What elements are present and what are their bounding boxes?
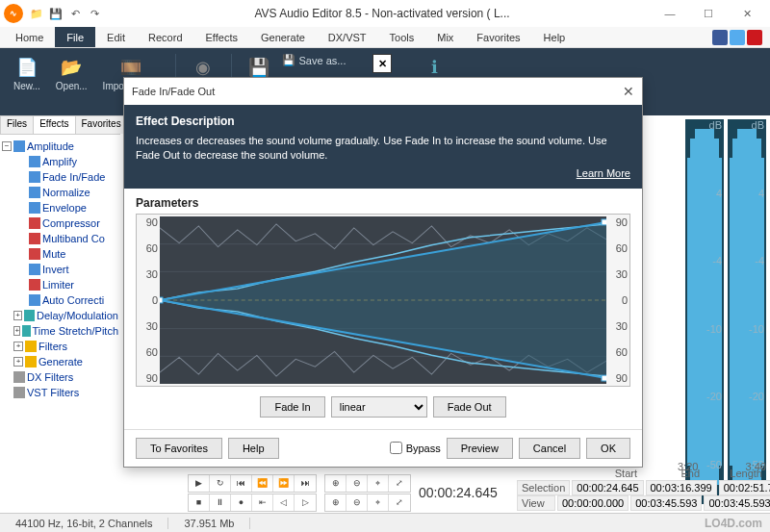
dialog-titlebar[interactable]: Fade In/Fade Out ✕ (124, 78, 642, 105)
folder-icon[interactable]: 📁 (29, 6, 44, 21)
step-back-button[interactable]: ◁ (273, 494, 295, 511)
fadein-button[interactable]: Fade In (260, 396, 324, 418)
zoom-sel-button[interactable]: ⌖ (368, 475, 389, 492)
tree-node-filters[interactable]: +Filters (2, 339, 118, 354)
tree-node-normalize[interactable]: Normalize (2, 185, 118, 200)
tab-files[interactable]: Files (0, 115, 34, 134)
effect-icon (29, 264, 40, 275)
sel-end[interactable]: 00:03:16.399 (646, 480, 717, 495)
col-length: Length (704, 467, 766, 480)
zoom-full-v-button[interactable]: ⤢ (389, 494, 410, 511)
ok-button[interactable]: OK (586, 438, 630, 459)
tree-node-multiband[interactable]: Multiband Co (2, 231, 118, 246)
close-button[interactable]: ✕ (728, 0, 766, 27)
menu-mix[interactable]: Mix (425, 27, 465, 47)
to-favorites-button[interactable]: To Favorites (136, 438, 222, 459)
stop-button[interactable]: ■ (189, 494, 210, 511)
transport-row-1: ▶ ↻ ⏮ ⏪ ⏩ ⏭ (188, 474, 317, 493)
zoom-in-button[interactable]: ⊕ (325, 475, 346, 492)
record-button[interactable]: ● (231, 494, 252, 511)
facebook-icon[interactable] (712, 30, 728, 45)
zoom-in-v-button[interactable]: ⊕ (325, 494, 346, 511)
zoom-full-button[interactable]: ⤢ (389, 475, 410, 492)
saveas-icon: 💾 (282, 54, 295, 66)
new-button[interactable]: 📄 New... (10, 54, 44, 93)
watermark-brand: LO4D.com (689, 517, 770, 530)
tree-node-invert[interactable]: Invert (2, 262, 118, 277)
menu-favorites[interactable]: Favorites (465, 27, 531, 47)
save-icon[interactable]: 💾 (48, 6, 64, 21)
tree-node-compressor[interactable]: Compressor (2, 215, 118, 231)
undo-icon[interactable]: ↶ (67, 6, 83, 21)
bypass-checkbox[interactable]: Bypass (390, 442, 441, 454)
tree-node-envelope[interactable]: Envelope (2, 200, 118, 215)
tab-favorites[interactable]: Favorites (75, 115, 128, 134)
forward-button[interactable]: ⏭ (295, 475, 316, 492)
bypass-input[interactable] (390, 442, 402, 454)
window-title: AVS Audio Editor 8.5 - Non-activated ver… (114, 7, 651, 20)
step-fwd-button[interactable]: ▷ (295, 494, 316, 511)
pause-button[interactable]: ⏸ (210, 494, 231, 511)
dialog-close-button[interactable]: ✕ (623, 84, 634, 99)
menu-dxvst[interactable]: DX/VST (317, 27, 378, 47)
view-length[interactable]: 00:03:45.593 (704, 495, 770, 511)
learn-more-link[interactable]: Learn More (577, 167, 630, 179)
prev-button[interactable]: ⏪ (252, 475, 273, 492)
open-button[interactable]: 📂 Open... (52, 54, 91, 93)
tree-node-fade[interactable]: Fade In/Fade (2, 169, 118, 185)
menu-file[interactable]: File (55, 27, 95, 47)
sel-start[interactable]: 00:00:24.645 (572, 480, 643, 495)
rewind-button[interactable]: ⏮ (231, 475, 252, 492)
tree-node-timestretch[interactable]: +Time Stretch/Pitch (2, 323, 118, 339)
tree-node-limiter[interactable]: Limiter (2, 277, 118, 292)
next-button[interactable]: ⏩ (273, 475, 295, 492)
zoom-out-v-button[interactable]: ⊖ (346, 494, 368, 511)
redo-icon[interactable]: ↷ (87, 6, 102, 21)
db-scale: dB 4 -4 -10 -20 -50 (706, 119, 722, 470)
fade-dialog: Fade In/Fade Out ✕ Effect Description In… (123, 77, 643, 468)
fade-plot[interactable] (160, 216, 606, 384)
cancel-button[interactable]: Cancel (519, 438, 580, 459)
tree-node-vstfilters[interactable]: VST Filters (2, 385, 118, 400)
maximize-button[interactable]: ☐ (689, 0, 728, 27)
tree-node-amplify[interactable]: Amplify (2, 154, 118, 169)
goto-start-button[interactable]: ⇤ (252, 494, 273, 511)
zoom-sel-v-button[interactable]: ⌖ (368, 494, 389, 511)
playloop-button[interactable]: ↻ (210, 475, 231, 492)
menu-home[interactable]: Home (4, 27, 55, 47)
waveform-channel-2[interactable]: dB 4 -4 -10 -20 -50 (728, 119, 766, 470)
menu-help[interactable]: Help (532, 27, 578, 47)
zoom-out-button[interactable]: ⊖ (346, 475, 368, 492)
tree-node-mute[interactable]: Mute (2, 246, 118, 262)
minimize-button[interactable]: — (651, 0, 689, 27)
close-panel-button[interactable]: ✕ (372, 54, 392, 73)
effect-icon (29, 233, 40, 244)
tree-node-delay[interactable]: +Delay/Modulation (2, 308, 118, 323)
quick-access: 📁 💾 ↶ ↷ (29, 6, 102, 21)
tree-node-generate[interactable]: +Generate (2, 354, 118, 369)
sel-length[interactable]: 00:02:51.754 (719, 480, 770, 495)
tree-node-autocorrect[interactable]: Auto Correcti (2, 292, 118, 308)
saveas-label: Save as... (299, 55, 346, 66)
tree-node-dxfilters[interactable]: DX Filters (2, 369, 118, 385)
curve-select[interactable]: linear (331, 396, 427, 418)
help-button[interactable]: Help (228, 438, 279, 459)
view-end[interactable]: 00:03:45.593 (630, 495, 702, 511)
menu-effects[interactable]: Effects (194, 27, 249, 47)
effect-icon (29, 279, 40, 291)
view-start[interactable]: 00:00:00.000 (557, 495, 629, 511)
tree-node-amplitude[interactable]: −Amplitude (2, 139, 118, 154)
twitter-icon[interactable] (730, 30, 745, 45)
waveform-channel-1[interactable]: dB 4 -4 -10 -20 -50 (685, 119, 724, 470)
saveas-button[interactable]: 💾 Save as... (282, 54, 346, 66)
fadeout-button[interactable]: Fade Out (433, 396, 506, 418)
preview-button[interactable]: Preview (447, 438, 513, 459)
menu-tools[interactable]: Tools (378, 27, 426, 47)
youtube-icon[interactable] (747, 30, 762, 45)
tab-effects[interactable]: Effects (33, 115, 75, 134)
effect-icon (29, 187, 40, 198)
menu-generate[interactable]: Generate (249, 27, 317, 47)
play-button[interactable]: ▶ (189, 475, 210, 492)
menu-record[interactable]: Record (137, 27, 193, 47)
menu-edit[interactable]: Edit (95, 27, 137, 47)
